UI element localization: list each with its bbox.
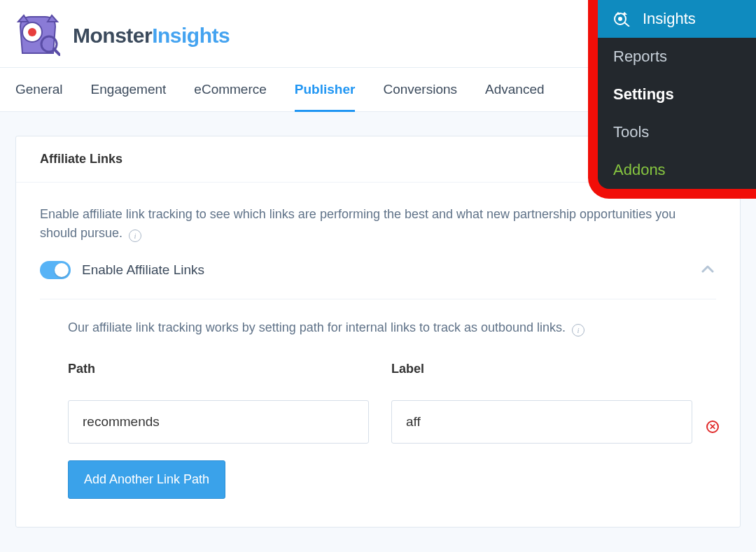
brand-text-insights: Insights (152, 24, 230, 47)
svg-point-1 (28, 28, 36, 36)
wp-menu-tools[interactable]: Tools (598, 113, 756, 151)
path-input[interactable] (68, 400, 369, 444)
brand-text: MonsterInsights (73, 24, 230, 48)
tab-ecommerce[interactable]: eCommerce (194, 68, 266, 111)
path-label: Path (68, 362, 369, 376)
label-label: Label (391, 362, 692, 376)
wp-menu-reports[interactable]: Reports (598, 38, 756, 76)
wp-menu-insights[interactable]: Insights (598, 0, 756, 38)
monster-icon (15, 13, 60, 59)
affiliate-settings: Our affiliate link tracking works by set… (40, 299, 716, 499)
wp-admin-menu: Insights Reports Settings Tools Addons (598, 0, 756, 189)
brand-text-monster: Monster (73, 24, 152, 47)
wp-menu-addons[interactable]: Addons (598, 151, 756, 189)
wp-menu-insights-label: Insights (643, 10, 696, 28)
tab-advanced[interactable]: Advanced (485, 68, 545, 111)
wp-admin-menu-highlight: Insights Reports Settings Tools Addons (588, 0, 756, 199)
affiliate-sub-description: Our affiliate link tracking works by set… (68, 320, 716, 337)
remove-row-button[interactable]: ✕ (706, 420, 719, 433)
svg-line-3 (54, 49, 59, 55)
card-description: Enable affiliate link tracking to see wh… (40, 205, 716, 243)
tab-publisher[interactable]: Publisher (295, 68, 356, 111)
tab-conversions[interactable]: Conversions (383, 68, 457, 111)
toggle-knob (55, 263, 69, 277)
info-icon[interactable]: i (572, 324, 584, 337)
label-field: Label (391, 362, 692, 444)
brand-logo: MonsterInsights (15, 13, 230, 59)
wp-menu-settings[interactable]: Settings (598, 76, 756, 113)
add-link-path-button[interactable]: Add Another Link Path (68, 460, 225, 499)
svg-point-5 (618, 17, 622, 21)
collapse-icon[interactable] (699, 261, 716, 281)
svg-line-6 (624, 22, 629, 27)
label-input[interactable] (391, 400, 692, 444)
enable-affiliate-label: Enable Affiliate Links (82, 262, 204, 278)
tab-engagement[interactable]: Engagement (91, 68, 167, 111)
affiliate-sub-description-text: Our affiliate link tracking works by set… (68, 320, 566, 334)
insights-icon (613, 10, 634, 27)
path-field: Path (68, 362, 369, 444)
path-row: Path Label ✕ (68, 362, 716, 444)
info-icon[interactable]: i (129, 229, 141, 242)
enable-affiliate-row: Enable Affiliate Links (40, 261, 716, 299)
tab-general[interactable]: General (15, 68, 63, 111)
enable-affiliate-toggle[interactable] (40, 261, 71, 279)
